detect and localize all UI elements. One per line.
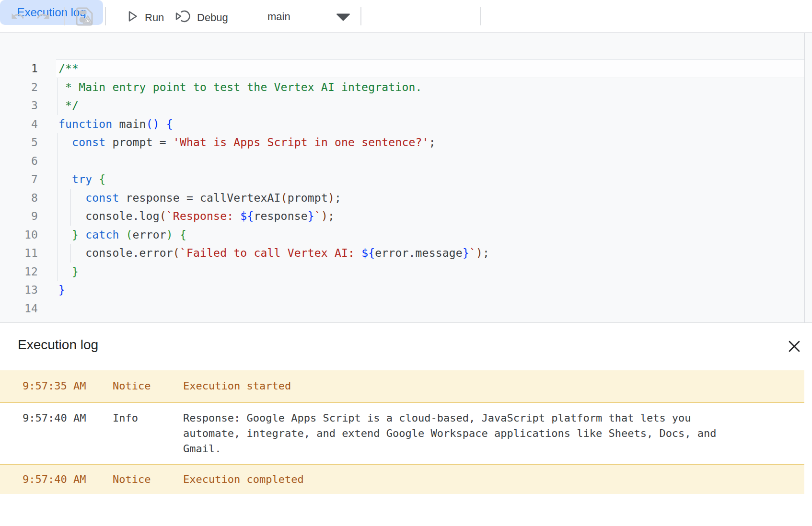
- code-line: 12 }: [0, 263, 812, 281]
- log-message: Execution completed: [183, 472, 742, 487]
- run-play-icon: [125, 9, 139, 26]
- code-text: console.log(`Response: ${response}`);: [58, 207, 335, 226]
- line-number: 11: [0, 244, 38, 263]
- apps-script-ide: Run Debug main Execution log 1/**2 * Mai…: [0, 0, 812, 526]
- debug-label: Debug: [197, 11, 228, 24]
- code-line: 8 const response = callVertexAI(prompt);: [0, 189, 812, 207]
- indent-guide: [58, 96, 58, 115]
- run-button[interactable]: Run: [125, 9, 164, 26]
- toolbar-divider: [480, 7, 481, 25]
- save-icon: [75, 6, 94, 29]
- toolbar-divider: [105, 7, 106, 25]
- log-timestamp: 9:57:40 AM: [0, 472, 113, 487]
- indent-guide: [58, 133, 58, 152]
- log-message: Response: Google Apps Script is a cloud-…: [183, 411, 742, 457]
- code-line: 2 * Main entry point to test the Vertex …: [0, 78, 812, 97]
- code-line: 9 console.log(`Response: ${response}`);: [0, 207, 812, 226]
- code-text: }: [58, 263, 79, 281]
- code-line: 1/**: [0, 59, 812, 78]
- close-execution-log-button[interactable]: [785, 338, 803, 356]
- code-text: }: [58, 281, 65, 299]
- code-line: 13}: [0, 281, 812, 299]
- code-line: 6: [0, 152, 812, 171]
- indent-guide: [58, 152, 58, 171]
- execution-log-entries: 9:57:35 AMNoticeExecution started9:57:40…: [0, 370, 804, 494]
- code-text: const response = callVertexAI(prompt);: [58, 189, 341, 207]
- toolbar-divider: [64, 7, 65, 25]
- code-line: 14: [0, 299, 812, 318]
- log-timestamp: 9:57:35 AM: [0, 378, 113, 394]
- indent-guide: [58, 207, 58, 226]
- code-line: 7 try {: [0, 170, 812, 189]
- code-line: 11 console.error(`Failed to call Vertex …: [0, 244, 812, 263]
- debug-icon: [174, 8, 192, 28]
- code-lines: 1/**2 * Main entry point to test the Ver…: [0, 59, 812, 318]
- run-label: Run: [145, 11, 164, 24]
- log-level: Notice: [113, 472, 183, 487]
- code-editor[interactable]: 1/**2 * Main entry point to test the Ver…: [0, 33, 812, 323]
- code-text: } catch (error) {: [58, 226, 186, 244]
- log-timestamp: 9:57:40 AM: [0, 411, 113, 426]
- indent-guide: [58, 189, 58, 207]
- log-entry-row: 9:57:35 AMNoticeExecution started: [0, 370, 804, 402]
- function-dropdown-arrow-icon[interactable]: [336, 13, 351, 23]
- indent-guide: [58, 170, 58, 189]
- code-line: 3 */: [0, 96, 812, 115]
- line-number: 12: [0, 263, 38, 281]
- code-text: /**: [58, 59, 79, 78]
- line-number: 13: [0, 281, 38, 299]
- indent-guide: [58, 244, 58, 263]
- log-entry-row: 9:57:40 AMNoticeExecution completed: [0, 464, 804, 494]
- execution-log-title: Execution log: [18, 336, 98, 354]
- line-number: 1: [0, 59, 38, 78]
- code-text: console.error(`Failed to call Vertex AI:…: [58, 244, 489, 263]
- log-message: Execution started: [183, 378, 742, 394]
- redo-button[interactable]: [36, 9, 50, 26]
- toolbar-divider: [360, 7, 361, 25]
- log-level: Info: [113, 411, 183, 426]
- line-number: 2: [0, 78, 38, 97]
- line-number: 7: [0, 170, 38, 189]
- close-icon: [787, 339, 801, 355]
- code-line: 5 const prompt = 'What is Apps Script in…: [0, 133, 812, 152]
- current-line-highlight: [56, 59, 804, 78]
- line-number: 6: [0, 152, 38, 171]
- code-line: 4function main() {: [0, 115, 812, 134]
- line-number: 4: [0, 115, 38, 134]
- line-number: 3: [0, 96, 38, 115]
- undo-button[interactable]: [11, 9, 25, 26]
- editor-scrollbar-border: [804, 33, 805, 322]
- save-project-button[interactable]: [75, 6, 94, 29]
- line-number: 10: [0, 226, 38, 244]
- code-text: * Main entry point to test the Vertex AI…: [58, 78, 422, 97]
- undo-icon: [11, 9, 25, 26]
- code-text: */: [58, 96, 79, 115]
- debug-button[interactable]: Debug: [174, 8, 228, 28]
- function-selector[interactable]: main: [267, 11, 290, 23]
- log-entry-row: 9:57:40 AMInfoResponse: Google Apps Scri…: [0, 402, 804, 464]
- line-number: 8: [0, 189, 38, 207]
- toolbar: Run Debug main Execution log: [0, 0, 812, 33]
- code-line: 10 } catch (error) {: [0, 226, 812, 244]
- indent-guide: [58, 263, 58, 281]
- redo-icon: [36, 9, 50, 26]
- indent-guide: [58, 226, 58, 244]
- log-level: Notice: [113, 378, 183, 394]
- code-text: try {: [58, 170, 105, 189]
- line-number: 9: [0, 207, 38, 226]
- selected-function-label: main: [267, 11, 290, 23]
- line-number: 5: [0, 133, 38, 152]
- code-text: function main() {: [58, 115, 173, 134]
- code-text: const prompt = 'What is Apps Script in o…: [58, 133, 436, 152]
- execution-log-panel: Execution log 9:57:35 AMNoticeExecution …: [0, 323, 812, 526]
- indent-guide: [58, 78, 58, 97]
- line-number: 14: [0, 299, 38, 318]
